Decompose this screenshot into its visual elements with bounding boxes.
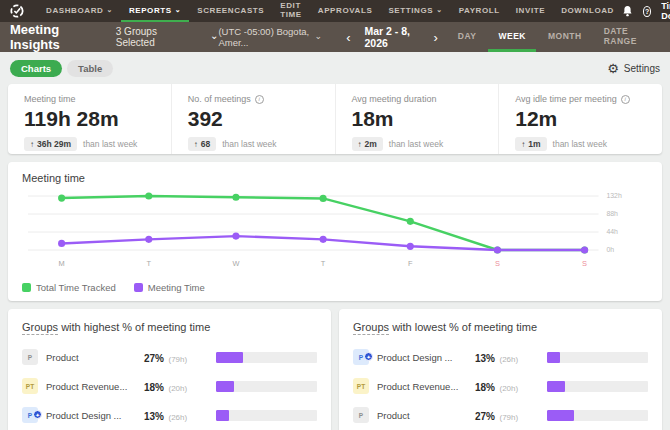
charts-toggle-button[interactable]: Charts (10, 60, 62, 77)
svg-text:88h: 88h (606, 210, 618, 217)
groups-filter-dropdown[interactable]: 3 Groups Selected ⌄ (116, 22, 219, 52)
nav-approvals[interactable]: APPROVALS (310, 0, 381, 22)
chevron-down-icon: ⌄ (106, 6, 112, 13)
nav-edit-time[interactable]: EDIT TIME (272, 0, 310, 22)
groups-word[interactable]: Groups (353, 321, 389, 335)
tab-date-range[interactable]: DATE RANGE (594, 22, 660, 52)
group-bar-fill (216, 381, 234, 392)
nav-invite-label: INVITE (516, 6, 545, 15)
kpi-meeting-time-delta-badge: ↑ 36h 29m (24, 137, 77, 151)
date-range-label: Mar 2 - 8, 2026 (361, 22, 424, 52)
legend-meeting-time[interactable]: Meeting Time (134, 282, 205, 293)
settings-label: Settings (624, 63, 660, 74)
group-avatar-initials: P (28, 412, 32, 419)
group-row-product[interactable]: P Product 27% (79h) (22, 348, 317, 366)
group-pct: 18% (475, 382, 495, 393)
svg-text:S: S (495, 259, 500, 268)
chevron-down-icon: ⌄ (175, 6, 181, 13)
kpi-num-meetings-value: 392 (188, 107, 319, 131)
meeting-time-chart[interactable]: 132h88h44h0hMTWTFSS (22, 184, 648, 276)
group-row-product[interactable]: P Product 27% (79h) (353, 406, 648, 424)
groups-selected-label: 3 Groups Selected (116, 26, 184, 48)
date-controls: (UTC -05:00) Bogota, Amer... ⌄ ‹ Mar 2 -… (218, 22, 660, 52)
group-avatar-badge-icon: ✦ (364, 352, 373, 361)
kpi-meeting-time-value: 119h 28m (24, 107, 155, 131)
kpi-avg-idle-delta: 1m (528, 139, 540, 149)
groups-lowest-title-rest: with lowest % of meeting time (389, 321, 537, 333)
nav-dashboard[interactable]: DASHBOARD ⌄ (38, 0, 121, 22)
groups-word[interactable]: Groups (22, 321, 58, 335)
chart-legend: Total Time Tracked Meeting Time (22, 282, 648, 293)
legend-label-meeting: Meeting Time (148, 282, 205, 293)
nav-edit-time-label: EDIT TIME (280, 1, 302, 19)
tab-month[interactable]: MONTH (538, 22, 592, 52)
groups-highest-card: Groups with highest % of meeting time P … (8, 309, 331, 430)
svg-text:F: F (408, 259, 413, 268)
group-hours: (79h) (168, 355, 187, 364)
nav-payroll[interactable]: PAYROLL (451, 0, 508, 22)
timezone-dropdown[interactable]: (UTC -05:00) Bogota, Amer... ⌄ (218, 22, 322, 52)
up-arrow-icon: ↑ (358, 140, 362, 149)
chevron-down-icon: ⌄ (315, 32, 323, 41)
company-name[interactable]: Time Doctor (661, 1, 670, 21)
group-avatar: P✦ (22, 407, 38, 423)
svg-text:M: M (59, 259, 65, 268)
info-icon[interactable]: i (255, 95, 264, 104)
kpi-num-meetings-delta: 68 (201, 139, 210, 149)
topnav-right: ? Time Doctor Jorge P JP (622, 0, 670, 22)
table-toggle-button[interactable]: Table (67, 60, 113, 77)
group-bar-track (216, 410, 317, 421)
legend-swatch-purple (134, 283, 143, 292)
group-avatar-badge-icon: ✦ (33, 410, 42, 419)
nav-screencasts[interactable]: SCREENCASTS (189, 0, 272, 22)
nav-invite[interactable]: INVITE (508, 0, 553, 22)
group-bar-track (547, 352, 648, 363)
chevron-left-icon: ‹ (346, 30, 350, 45)
group-bar-fill (216, 352, 243, 363)
group-avatar: P✦ (353, 349, 369, 365)
svg-text:0h: 0h (606, 246, 614, 253)
group-pct: 27% (475, 411, 495, 422)
top-navigation: DASHBOARD ⌄ REPORTS ⌄ SCREENCASTS EDIT T… (0, 0, 670, 22)
nav-reports-label: REPORTS (129, 6, 172, 15)
svg-text:S: S (582, 259, 587, 268)
kpi-num-meetings-label: No. of meetings (188, 94, 251, 104)
group-bar-track (547, 381, 648, 392)
group-bar-fill (547, 381, 565, 392)
group-name: Product (377, 410, 467, 421)
legend-total-time-tracked[interactable]: Total Time Tracked (22, 282, 116, 293)
nav-items: DASHBOARD ⌄ REPORTS ⌄ SCREENCASTS EDIT T… (38, 0, 622, 22)
group-row-product-revenue[interactable]: PT Product Revenue... 18% (20h) (22, 377, 317, 395)
next-period-button[interactable]: › (425, 22, 445, 52)
legend-swatch-green (22, 283, 31, 292)
nav-download[interactable]: DOWNLOAD (553, 0, 622, 22)
nav-reports[interactable]: REPORTS ⌄ (121, 0, 189, 22)
prev-period-button[interactable]: ‹ (338, 22, 358, 52)
settings-button[interactable]: ⚙ Settings (607, 62, 660, 75)
up-arrow-icon: ↑ (194, 140, 198, 149)
svg-text:132h: 132h (606, 192, 622, 199)
group-row-product-design[interactable]: P✦ Product Design ... 13% (26h) (22, 406, 317, 424)
tab-week[interactable]: WEEK (488, 22, 536, 52)
help-icon[interactable]: ? (643, 6, 651, 17)
timedoctor-logo[interactable] (10, 0, 24, 22)
notifications-bell-icon[interactable] (622, 5, 633, 17)
group-row-product-design[interactable]: P✦ Product Design ... 13% (26h) (353, 348, 648, 366)
groups-highest-title: Groups with highest % of meeting time (22, 321, 317, 333)
kpi-avg-idle-value: 12m (515, 107, 646, 131)
group-bar-track (216, 381, 317, 392)
kpi-num-meetings: No. of meetings i 392 ↑ 68 than last wee… (171, 84, 335, 154)
group-row-product-revenue[interactable]: PT Product Revenue... 18% (20h) (353, 377, 648, 395)
nav-settings[interactable]: SETTINGS ⌄ (380, 0, 450, 22)
tab-day-label: DAY (458, 31, 477, 41)
chevron-down-icon: ⌄ (436, 6, 442, 13)
tab-day[interactable]: DAY (448, 22, 487, 52)
up-arrow-icon: ↑ (30, 140, 34, 149)
nav-settings-label: SETTINGS (388, 6, 433, 15)
kpi-avg-duration-value: 18m (352, 107, 483, 131)
svg-text:T: T (147, 259, 152, 268)
tab-month-label: MONTH (548, 31, 582, 41)
group-hours: (26h) (168, 413, 187, 422)
group-name: Product Revenue... (46, 381, 136, 392)
info-icon[interactable]: i (621, 95, 630, 104)
